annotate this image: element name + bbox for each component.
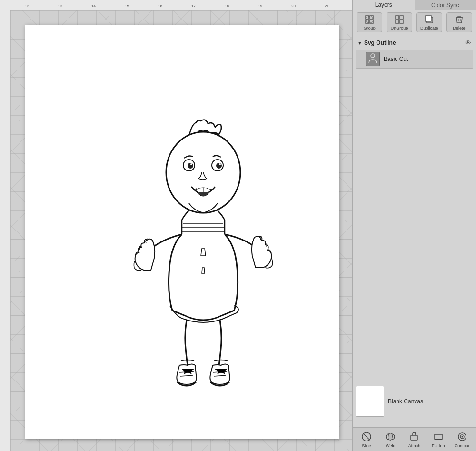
blank-canvas-thumbnail[interactable] (356, 386, 384, 417)
contour-icon (456, 431, 468, 442)
slice-icon (361, 431, 372, 442)
svg-rect-9 (370, 16, 373, 19)
bottom-toolbar: Slice Weld Attach (353, 427, 476, 451)
ruler-mark-13: 13 (58, 4, 62, 8)
duplicate-label: Duplicate (420, 26, 438, 30)
svg-rect-15 (396, 20, 399, 23)
tab-color-sync[interactable]: Color Sync (415, 0, 476, 10)
slice-label: Slice (362, 443, 371, 448)
collapse-arrow-icon: ▼ (357, 40, 362, 46)
layers-section: ▼ Svg Outline 👁 Basic Cut (353, 34, 476, 375)
weld-button[interactable]: Weld (380, 430, 401, 450)
svg-point-6 (216, 163, 222, 169)
flatten-button[interactable]: Flatten (428, 430, 449, 450)
contour-label: Contour (455, 443, 470, 448)
svg-rect-12 (367, 17, 372, 22)
ruler-mark-20: 20 (291, 4, 296, 8)
svg-line-24 (363, 433, 370, 440)
svg-rect-13 (396, 16, 399, 19)
flatten-label: Flatten (432, 443, 445, 448)
ruler-top: 12 13 14 15 16 17 18 19 20 21 (10, 0, 352, 10)
duplicate-button[interactable]: Duplicate (416, 12, 442, 32)
character-svg (115, 110, 287, 387)
ruler-left-inner (0, 10, 10, 451)
svg-rect-11 (370, 20, 373, 23)
ungroup-button[interactable]: UnGroup (387, 12, 412, 32)
ruler-mark-16: 16 (158, 4, 162, 8)
group-button[interactable]: Group (357, 12, 382, 32)
svg-rect-28 (435, 434, 442, 439)
delete-label: Delete (453, 26, 466, 30)
weld-icon (385, 431, 396, 442)
canvas-thumbnail-row: Blank Canvas (356, 378, 473, 424)
ruler-top-inner: 12 13 14 15 16 17 18 19 20 21 (10, 0, 352, 10)
contour-button[interactable]: Contour (452, 430, 473, 450)
blank-canvas-label: Blank Canvas (388, 398, 423, 405)
tab-layers-label: Layers (375, 1, 392, 8)
ruler-mark-18: 18 (225, 4, 229, 8)
ruler-corner (0, 0, 10, 10)
character-drawing (115, 110, 287, 396)
svg-point-7 (219, 163, 221, 165)
svg-rect-16 (400, 20, 403, 23)
svg-rect-8 (366, 16, 369, 19)
tab-layers[interactable]: Layers (353, 0, 415, 10)
svg-point-22 (371, 54, 375, 58)
ruler-mark-19: 19 (258, 4, 262, 8)
svg-rect-10 (366, 20, 369, 23)
weld-label: Weld (386, 443, 395, 448)
layer-thumbnail (366, 52, 380, 66)
svg-outline-header[interactable]: ▼ Svg Outline 👁 (356, 37, 473, 49)
ruler-mark-12: 12 (25, 4, 29, 8)
canvas-grid[interactable] (10, 10, 352, 451)
slice-button[interactable]: Slice (356, 430, 377, 450)
visibility-icon[interactable]: 👁 (465, 39, 471, 47)
duplicate-icon (424, 14, 435, 25)
flatten-icon (433, 431, 444, 442)
svg-point-32 (461, 436, 463, 437)
tab-color-sync-label: Color Sync (431, 2, 459, 9)
ungroup-label: UnGroup (391, 26, 408, 30)
attach-label: Attach (408, 443, 421, 448)
canvas-area: 12 13 14 15 16 17 18 19 20 21 (0, 0, 352, 451)
ruler-mark-17: 17 (191, 4, 196, 8)
svg-rect-18 (426, 16, 431, 21)
delete-icon (454, 14, 465, 25)
basic-cut-layer[interactable]: Basic Cut (356, 50, 473, 69)
ruler-mark-21: 21 (325, 4, 329, 8)
svg-point-3 (188, 163, 193, 169)
svg-rect-14 (400, 16, 403, 19)
basic-cut-name: Basic Cut (384, 56, 469, 62)
right-panel: Layers Color Sync Group (352, 0, 476, 451)
ruler-mark-14: 14 (91, 4, 96, 8)
ruler-left (0, 10, 10, 451)
svg-outline-group: ▼ Svg Outline 👁 Basic Cut (353, 36, 476, 70)
panel-toolbar: Group UnGroup Duplicate (353, 10, 476, 34)
attach-button[interactable]: Attach (404, 430, 425, 450)
bottom-section: Blank Canvas (353, 375, 476, 427)
group-icon (364, 14, 375, 25)
svg-rect-27 (411, 435, 417, 440)
svg-point-4 (190, 163, 192, 165)
attach-icon (408, 431, 420, 442)
ungroup-icon (394, 14, 405, 25)
group-label: Group (364, 26, 376, 30)
panel-tabs: Layers Color Sync (353, 0, 476, 10)
svg-outline-name: Svg Outline (364, 40, 463, 46)
ruler-mark-15: 15 (125, 4, 129, 8)
white-canvas (25, 25, 339, 439)
delete-button[interactable]: Delete (446, 12, 472, 32)
